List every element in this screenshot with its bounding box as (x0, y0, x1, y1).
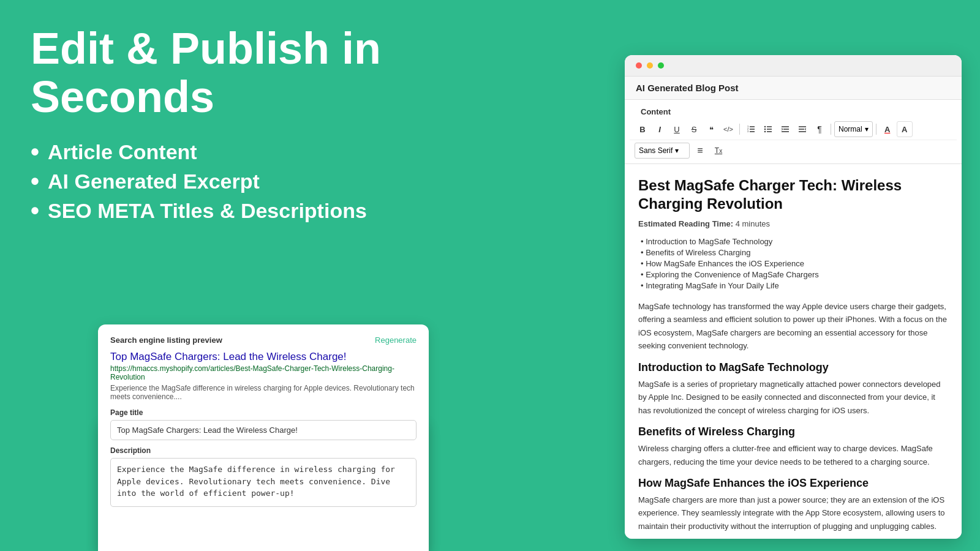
window-minimize-dot (647, 62, 653, 69)
toolbar-underline-button[interactable]: U (669, 121, 685, 137)
toolbar-indent-left-button[interactable] (777, 121, 793, 137)
toolbar-indent-right-button[interactable] (794, 121, 810, 137)
svg-point-7 (764, 129, 766, 130)
toolbar-divider-2 (831, 124, 831, 135)
toolbar-unordered-list-button[interactable] (760, 121, 776, 137)
section-heading-0: Introduction to MagSafe Technology (638, 361, 948, 374)
toc-item-1: Introduction to MagSafe Technology (638, 237, 948, 246)
normal-dropdown-label: Normal (839, 125, 862, 133)
editor-content: Best MagSafe Charger Tech: Wireless Char… (625, 164, 962, 539)
toolbar-code-button[interactable]: </> (720, 121, 736, 137)
window-close-dot (636, 62, 642, 69)
seo-link-title: Top MagSafe Chargers: Lead the Wireless … (110, 351, 417, 363)
bullet-item-1: Article Content (31, 140, 410, 164)
toolbar-ordered-list-button[interactable]: 123 (743, 121, 759, 137)
page-title-input[interactable] (110, 420, 417, 440)
toc-item-5: Integrating MagSafe in Your Daily Life (638, 281, 948, 290)
description-textarea[interactable] (110, 458, 417, 507)
toolbar-row-2: Sans Serif ▾ ≡ Tx (630, 140, 957, 161)
normal-style-dropdown[interactable]: Normal ▾ (834, 121, 873, 137)
toolbar-row-1: B I U S ❝ </> 123 ¶ Normal ▾ (630, 119, 957, 140)
toolbar-divider-1 (739, 124, 740, 135)
toolbar-italic-button[interactable]: I (652, 121, 668, 137)
toc-item-4: Exploring the Convenience of MagSafe Cha… (638, 270, 948, 279)
section-body-2: MagSafe chargers are more than just a po… (638, 493, 948, 533)
toc-item-2: Benefits of Wireless Charging (638, 248, 948, 257)
seo-description-preview: Experience the MagSafe difference in wir… (110, 384, 417, 401)
reading-time-value: 4 minutes (736, 219, 770, 228)
toolbar-divider-3 (876, 124, 876, 135)
svg-text:3: 3 (747, 130, 749, 133)
svg-point-8 (764, 131, 766, 132)
reading-time: Estimated Reading Time: 4 minutes (638, 219, 948, 228)
font-family-arrow: ▾ (675, 146, 679, 155)
editor-toolbar-area: Content B I U S ❝ </> 123 ¶ Norma (625, 100, 962, 164)
toolbar-strikethrough-button[interactable]: S (686, 121, 702, 137)
seo-preview-header: Search engine listing preview Regenerate (110, 335, 417, 345)
reading-time-label: Estimated Reading Time: (638, 219, 733, 228)
seo-regenerate-button[interactable]: Regenerate (375, 335, 417, 345)
toolbar-font-color-button[interactable]: A (880, 121, 895, 137)
toolbar-align-button[interactable]: ≡ (692, 143, 708, 159)
svg-point-6 (764, 126, 766, 127)
toolbar-paragraph-button[interactable]: ¶ (812, 121, 827, 137)
bullet-item-2: AI Generated Excerpt (31, 169, 410, 193)
intro-paragraph: MagSafe technology has transformed the w… (638, 300, 948, 353)
section-heading-1: Benefits of Wireless Charging (638, 425, 948, 438)
description-label: Description (110, 446, 417, 455)
normal-dropdown-arrow: ▾ (865, 125, 869, 133)
bullet-list: Article Content AI Generated Excerpt SEO… (31, 140, 410, 223)
post-title: Best MagSafe Charger Tech: Wireless Char… (638, 176, 948, 213)
toolbar-quote-button[interactable]: ❝ (703, 121, 719, 137)
seo-card: Search engine listing preview Regenerate… (98, 324, 429, 551)
page-title-label: Page title (110, 408, 417, 417)
bullet-item-3: SEO META Titles & Descriptions (31, 198, 410, 223)
content-label: Content (630, 102, 957, 119)
font-family-label: Sans Serif (639, 146, 673, 155)
seo-url: https://hmaccs.myshopify.com/articles/Be… (110, 364, 417, 381)
section-body-0: MagSafe is a series of proprietary magne… (638, 378, 948, 417)
table-of-contents: Introduction to MagSafe Technology Benef… (638, 237, 948, 290)
editor-title-bar: AI Generated Blog Post (625, 77, 962, 100)
font-family-dropdown[interactable]: Sans Serif ▾ (635, 143, 690, 159)
seo-preview-label: Search engine listing preview (110, 335, 222, 345)
toc-item-3: How MagSafe Enhances the iOS Experience (638, 259, 948, 268)
blog-post-editor: AI Generated Blog Post Content B I U S ❝… (625, 55, 962, 539)
toolbar-clear-format-button[interactable]: Tx (710, 143, 726, 159)
toolbar-highlight-button[interactable]: A (897, 121, 913, 137)
toolbar-bold-button[interactable]: B (635, 121, 650, 137)
window-top-bar (625, 55, 962, 77)
section-heading-2: How MagSafe Enhances the iOS Experience (638, 477, 948, 490)
main-title: Edit & Publish in Seconds (31, 24, 410, 121)
window-maximize-dot (658, 62, 664, 69)
editor-title: AI Generated Blog Post (636, 83, 739, 93)
section-body-1: Wireless charging offers a clutter-free … (638, 442, 948, 468)
